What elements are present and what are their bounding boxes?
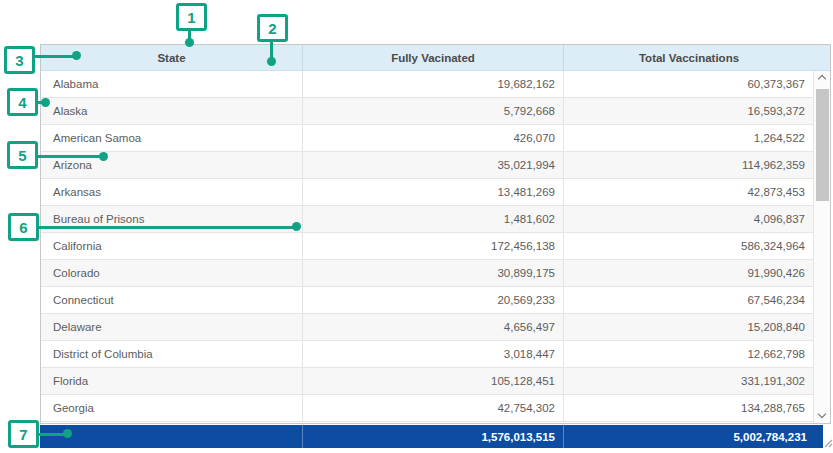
state-cell: American Samoa <box>41 125 302 151</box>
fully-vaccinated-cell: 30,899,175 <box>302 260 563 286</box>
annotated-table-screenshot: State Fully Vacinated Total Vaccinations… <box>0 0 833 453</box>
total-vaccinations-cell: 134,288,765 <box>563 395 813 421</box>
scrollbar-thumb[interactable] <box>816 89 829 201</box>
table-header-row: State Fully Vacinated Total Vaccinations <box>41 45 830 71</box>
table-row[interactable]: California 172,456,138 586,324,964 <box>41 233 813 260</box>
fully-vaccinated-cell: 3,018,447 <box>302 341 563 367</box>
state-cell: Delaware <box>41 314 302 340</box>
table-row[interactable]: Connecticut 20,569,233 67,546,234 <box>41 287 813 314</box>
scroll-down-button[interactable] <box>814 409 830 423</box>
table-row[interactable]: Alaska 5,792,668 16,593,372 <box>41 98 813 125</box>
column-header-fully-vaccinated[interactable]: Fully Vacinated <box>302 45 563 70</box>
table-row[interactable]: District of Columbia 3,018,447 12,662,79… <box>41 341 813 368</box>
total-vaccinations-cell: 12,662,798 <box>563 341 813 367</box>
total-vaccinations-cell: 60,373,367 <box>563 71 813 97</box>
column-header-total-vaccinations[interactable]: Total Vaccinations <box>563 45 814 70</box>
table-body: Alabama 19,682,162 60,373,367 Alaska 5,7… <box>41 71 813 423</box>
state-cell: Colorado <box>41 260 302 286</box>
table-row[interactable]: American Samoa 426,070 1,264,522 <box>41 125 813 152</box>
callout-number: 2 <box>257 14 288 42</box>
table-row[interactable]: Bureau of Prisons 1,481,602 4,096,837 <box>41 206 813 233</box>
totals-row: 1,576,013,515 5,002,784,231 <box>40 425 823 448</box>
callout-number: 1 <box>176 3 207 31</box>
total-vaccinations-cell: 586,324,964 <box>563 233 813 259</box>
chevron-up-icon <box>818 75 826 83</box>
fully-vaccinated-cell: 20,569,233 <box>302 287 563 313</box>
state-cell: Arkansas <box>41 179 302 205</box>
callout-number: 7 <box>8 420 39 448</box>
total-vaccinations-cell: 15,208,840 <box>563 314 813 340</box>
callout-number: 4 <box>7 88 38 116</box>
fully-vaccinated-cell: 19,682,162 <box>302 71 563 97</box>
table-row[interactable]: Arkansas 13,481,269 42,873,453 <box>41 179 813 206</box>
state-cell: Alabama <box>41 71 302 97</box>
state-cell: California <box>41 233 302 259</box>
scroll-up-button[interactable] <box>814 71 830 85</box>
column-header-state[interactable]: State <box>41 45 302 70</box>
table-row[interactable]: Delaware 4,656,497 15,208,840 <box>41 314 813 341</box>
callout-number: 3 <box>4 46 35 74</box>
fully-vaccinated-cell: 4,656,497 <box>302 314 563 340</box>
fully-vaccinated-cell: 105,128,451 <box>302 368 563 394</box>
total-vaccinations-cell: 4,096,837 <box>563 206 813 232</box>
fully-vaccinated-cell: 426,070 <box>302 125 563 151</box>
state-cell: District of Columbia <box>41 341 302 367</box>
total-vaccinations-cell: 67,546,234 <box>563 287 813 313</box>
total-vaccinations-cell: 114,962,359 <box>563 152 813 178</box>
callout-stem <box>188 30 191 40</box>
callout-number: 5 <box>7 141 38 169</box>
table-row[interactable]: Georgia 42,754,302 134,288,765 <box>41 395 813 422</box>
scrollbar-corner <box>824 425 833 448</box>
fully-vaccinated-cell: 1,481,602 <box>302 206 563 232</box>
totals-fully-vaccinated-cell: 1,576,013,515 <box>302 425 563 448</box>
state-cell: Bureau of Prisons <box>41 206 302 232</box>
fully-vaccinated-cell: 42,754,302 <box>302 395 563 421</box>
total-vaccinations-cell: 331,191,302 <box>563 368 813 394</box>
totals-total-vaccinations-cell: 5,002,784,231 <box>563 425 823 448</box>
table-row[interactable]: Florida 105,128,451 331,191,302 <box>41 368 813 395</box>
table-row[interactable]: Colorado 30,899,175 91,990,426 <box>41 260 813 287</box>
vaccination-table: State Fully Vacinated Total Vaccinations… <box>40 44 831 424</box>
total-vaccinations-cell: 16,593,372 <box>563 98 813 124</box>
fully-vaccinated-cell: 172,456,138 <box>302 233 563 259</box>
total-vaccinations-cell: 42,873,453 <box>563 179 813 205</box>
total-vaccinations-cell: 91,990,426 <box>563 260 813 286</box>
resize-grip-icon <box>824 439 833 448</box>
state-cell: Connecticut <box>41 287 302 313</box>
state-cell: Arizona <box>41 152 302 178</box>
state-cell: Georgia <box>41 395 302 421</box>
fully-vaccinated-cell: 35,021,994 <box>302 152 563 178</box>
state-cell: Florida <box>41 368 302 394</box>
table-row[interactable]: Arizona 35,021,994 114,962,359 <box>41 152 813 179</box>
total-vaccinations-cell: 1,264,522 <box>563 125 813 151</box>
fully-vaccinated-cell: 13,481,269 <box>302 179 563 205</box>
chevron-down-icon <box>818 410 826 418</box>
fully-vaccinated-cell: 5,792,668 <box>302 98 563 124</box>
totals-state-cell <box>40 425 302 448</box>
table-row[interactable]: Alabama 19,682,162 60,373,367 <box>41 71 813 98</box>
vertical-scrollbar[interactable] <box>813 71 830 423</box>
callout-number: 6 <box>8 213 39 241</box>
state-cell: Alaska <box>41 98 302 124</box>
header-scrollbar-spacer <box>814 45 830 70</box>
